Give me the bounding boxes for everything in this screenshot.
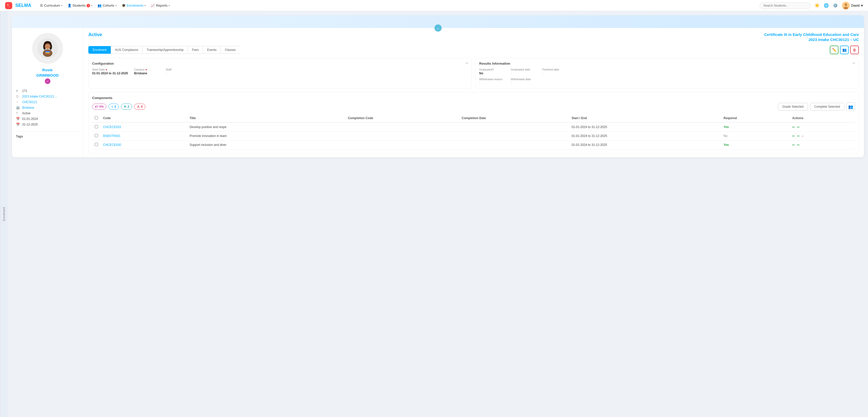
sun-icon[interactable]: ☀️ [814,3,819,8]
row-edit-icon-2[interactable]: ✏ [797,143,800,147]
row-extra-icon-1[interactable]: ○ [802,134,804,138]
course-title-line1: Certificate III in Early Childhood Educa… [764,32,859,37]
nav-cohorts[interactable]: 👥 Cohorts ▾ [95,0,119,11]
student-campus[interactable]: Brisbane [22,106,34,110]
user-name: David [851,4,860,7]
grade-selected-button[interactable]: Grade Selected [778,103,808,111]
row-start-end-2: 01-01-2024 to 31-12-2025 [569,141,721,149]
components-title: Components [92,96,855,100]
row-completion-code-2 [345,141,459,149]
cap-icon: 🎓 [122,4,126,7]
components-section: Components 🏷 0% ≡ 3 ✳ [88,92,859,153]
components-users-button[interactable]: 👥 [846,102,855,111]
stat-count1-value: 3 [114,105,116,109]
row-link-icon-0[interactable]: ✏ [792,125,795,129]
stat-percent-badge[interactable]: 🏷 0% [92,103,106,110]
campus-field: Campus ● Brisbane [134,68,160,75]
tab-events[interactable]: Events [203,46,221,54]
tab-traineeship[interactable]: Traineeship/Apprenticeship [142,46,188,54]
chevron-down-icon: ▾ [144,4,146,7]
stat-count1-badge[interactable]: ≡ 3 [108,103,119,110]
student-course-code[interactable]: CHC30121 [22,100,37,104]
row-code-2[interactable]: CHCECE030 [100,141,187,149]
graduated-date-label: Graduated date [511,68,536,71]
graduated-label: Graduated? [479,68,505,71]
complete-selected-button[interactable]: Complete Selected [810,103,844,111]
globe-icon[interactable]: 🌐 [824,3,829,8]
users-button[interactable]: 👥 [840,46,849,54]
row-completion-code-1 [345,131,459,141]
stat-count2-value: 2 [127,105,129,109]
sidebar-enrolment-tab[interactable]: Enrolment [0,11,8,417]
stat-alert-badge[interactable]: ⚠ 0 [134,103,146,110]
users-icon: 👥 [848,105,853,109]
configuration-panel: Configuration ✏ Start Date ● 01-01-2024 … [88,58,472,89]
start-date-value: 01-01-2024 to 31-12-2025 [92,71,128,75]
user-menu[interactable]: David ▾ [842,2,863,9]
select-all-checkbox[interactable] [95,116,98,119]
app-icon: 2 e [5,2,12,9]
stat-count2-badge[interactable]: ✳ 2 [121,103,132,110]
asterisk-icon: ✳ [124,105,126,109]
top-navigation: 2 e SELMA ☰ Curriculum ▾ 👤 Students 1 ▾ … [0,0,868,11]
warning-icon: ⚠ [137,105,140,109]
search-input[interactable] [760,2,810,9]
row-checkbox-1[interactable] [95,134,98,137]
tab-aus-compliance[interactable]: AUS Compliance [111,46,142,54]
nav-reports[interactable]: 📈 Reports ▾ [148,0,172,11]
row-link-icon-2[interactable]: ✏ [792,143,795,147]
list-icon: ≡ [111,105,113,109]
nav-curriculum[interactable]: ☰ Curriculum ▾ [37,0,65,11]
results-fields-bottom: Withdrawal reason - Withdrawal date - [479,78,855,85]
campus-label: Campus ● [134,68,160,71]
tags-section: Tags [16,131,79,138]
info-id: # 171 [16,88,79,94]
status-badge: Active [88,32,102,37]
building-icon: 🏢 [16,106,20,110]
row-checkbox-0[interactable] [95,125,98,128]
edit-button[interactable]: ✏️ [830,46,838,54]
arrow-up-icon: ↑ [16,100,20,104]
components-toolbar: 🏷 0% ≡ 3 ✳ 2 [92,102,855,111]
row-edit-icon-0[interactable]: ✏ [797,125,800,129]
student-intake[interactable]: 2023 Intake CHC30121 ... [22,95,58,98]
tab-classes[interactable]: Classes [220,46,240,54]
row-title-2: Support inclusion and diver [187,141,345,149]
tab-enrolment[interactable]: Enrolment [88,46,111,54]
col-actions: Actions [789,114,855,122]
card-body: Rosie GRIMWOOD ○ # 171 🗋 2023 Intake CHC… [12,28,864,157]
results-edit-icon[interactable]: ✏ [852,61,856,65]
table-row: CHCECE030 Support inclusion and diver 01… [92,141,855,149]
results-fields-top: Graduated? No Graduated date - Finished … [479,68,855,75]
row-code-0[interactable]: CHCECE033 [100,122,187,131]
graduated-date-value: - [511,71,536,75]
delete-button[interactable]: 🗑 [850,46,859,54]
svg-rect-10 [45,51,50,53]
finished-date-label: Finished date [542,68,568,71]
withdrawal-date-value: - [511,81,536,85]
tags-title: Tags [16,135,79,138]
row-link-icon-1[interactable]: ✏ [792,134,795,138]
configuration-edit-icon[interactable]: ✏ [466,61,469,65]
row-checkbox-2[interactable] [95,143,98,146]
row-edit-icon-1[interactable]: ✏ [797,134,800,138]
nav-enrolments[interactable]: 🎓 Enrolments ▾ [119,0,148,11]
col-start-end: Start / End [569,114,721,122]
row-required-0: Yes [721,122,790,131]
row-completion-date-1 [459,131,569,141]
svg-point-9 [45,43,50,49]
student-avatar [32,33,63,64]
tag-icon: 🏷 [95,105,98,109]
row-code-1[interactable]: BSBSTR401 [100,131,187,141]
start-date-field: Start Date ● 01-01-2024 to 31-12-2025 [92,68,128,75]
col-required: Required [721,114,790,122]
student-id: 171 [22,89,27,93]
collapse-button[interactable]: ⌄ [435,24,442,32]
gear-icon[interactable]: ⚙️ [833,3,838,8]
nav-students[interactable]: 👤 Students 1 ▾ [65,0,95,11]
row-start-end-0: 01-01-2024 to 31-12-2025 [569,122,721,131]
tab-fees[interactable]: Fees [188,46,203,54]
enrolment-card: ⌄ [12,15,864,157]
row-actions-0: ✏ ✏ [789,122,855,131]
chevron-down-icon: ▾ [115,4,117,7]
